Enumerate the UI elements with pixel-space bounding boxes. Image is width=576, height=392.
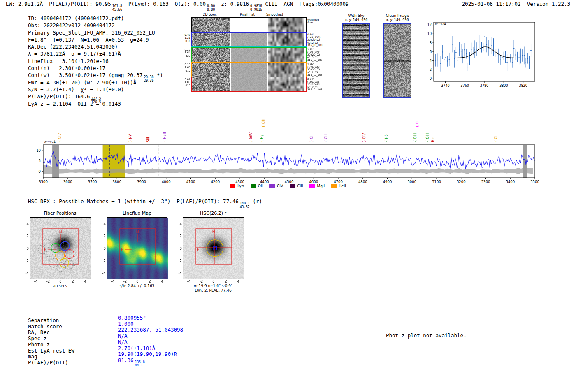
smoothed-image: [268, 18, 304, 32]
svg-text:4800: 4800: [358, 180, 367, 184]
spec2d-image: [192, 18, 230, 32]
z-uncertainty: 0.98160.9816: [250, 5, 262, 12]
hsc-caption-2: EWr: 2. PLAE: 77.46: [182, 288, 244, 292]
fiber-info-labels: 1.76" (149, 936) 20220422 v012_03 316_LU…: [307, 63, 333, 77]
svg-text:E: E: [197, 248, 200, 252]
clean-image-title: Clean Image: [383, 14, 412, 18]
match-field-label: Separation: [28, 318, 118, 324]
svg-text:e⁻¹⁷x2Å: e⁻¹⁷x2Å: [44, 140, 56, 144]
info-line: Primary Spec_Slot_IFU_AMP: 316_022_052_L…: [28, 29, 163, 36]
legend-label: Lyα: [237, 184, 244, 188]
info-line: EWr = 4.30(±1.70) (w: 2.90(±1.10))Å: [28, 79, 163, 86]
spec2d-row: 0.10 1.65 010 1.76" (149, 936) 20220422 …: [191, 62, 307, 77]
with-sky-image: [342, 23, 370, 98]
legend-swatch: [269, 184, 275, 188]
legend-label: HeII: [339, 184, 346, 188]
legend-swatch: [290, 184, 295, 188]
svg-text:3800: 3800: [499, 84, 508, 88]
info-line: Cont(w) = 3.50(±0.02)e-17 (gmag 20.3720.…: [28, 72, 163, 79]
hsc-cutout-panel: HSC(26.2) r NE 420-2-4 -4-2024 m:19.9 re…: [182, 211, 244, 292]
info-line: Obs: 20220422v012_4090404172: [28, 22, 163, 29]
svg-text:4500: 4500: [285, 180, 294, 184]
legend-label: CIV: [277, 184, 283, 188]
fiber-info-labels: Weighted Sum: [307, 19, 333, 24]
legend-item: MgII: [309, 184, 325, 188]
hsc-plae-uncertainty: 148.145.32: [240, 202, 250, 209]
line-id-label: CIII: [265, 1, 277, 7]
pixel-flat-image: [231, 63, 267, 77]
info-line: ID: 4090404172 (4090404172.pdf): [28, 15, 163, 22]
match-field-value: 0.800955": [118, 315, 183, 321]
spec2d-column-headers: 2D SpecPixel FlatSmoothed: [191, 13, 305, 16]
svg-text:0: 0: [39, 169, 41, 174]
fiber-x-axis-label: arcsecs: [29, 284, 91, 288]
legend-item: OII: [251, 184, 263, 188]
smoothed-image: [268, 63, 304, 77]
svg-text:e⁻¹⁷x2Å: e⁻¹⁷x2Å: [435, 22, 446, 26]
smoothed-image: [268, 33, 304, 47]
plae-summary: P(LAE)/P(OII): 90.95161.845.66: [49, 1, 122, 12]
legend-swatch: [331, 184, 337, 188]
match-field-value: 81.36135.844.1: [118, 357, 183, 368]
svg-text:5: 5: [39, 159, 41, 163]
svg-text:5400: 5400: [506, 180, 515, 184]
match-field-value: N/A: [118, 339, 183, 346]
hsc-caption-1: m:19.9 re:1.6" s:0.9": [182, 284, 244, 288]
match-field-label: Spec z: [28, 336, 118, 342]
match-field-label: Est LyA rest-EW: [28, 348, 118, 354]
with-sky-coords: x, y: 149, 936: [341, 18, 371, 22]
svg-text:3500: 3500: [39, 180, 48, 184]
clean-image-panel: Clean Image x, y: 149, 936: [383, 14, 412, 98]
svg-text:0: 0: [430, 77, 432, 81]
with-sky-title: With Sky: [341, 14, 371, 18]
with-sky-panel: With Sky x, y: 149, 936: [341, 14, 371, 98]
emission-line-labels: { CIV} NVSiII{ HeII} SiIV{ Hγ{ CIII} CII…: [25, 112, 551, 142]
match-row: P(LAE)/P(OII) 81.36135.844.1: [28, 360, 183, 370]
z-summary: z: 0.98160.98160.9816 CIII: [221, 1, 277, 12]
svg-text:3900: 3900: [137, 180, 146, 184]
fiber-weight-labels: 0.22 1.64 022: [180, 49, 190, 58]
spec2d-row: 0.49 1.21 010 0.64" (149, 936) 20220422 …: [191, 32, 307, 48]
spec2d-image: [192, 33, 230, 47]
match-field-value: N/A: [118, 333, 183, 339]
clean-image-coords: x, y: 149, 936: [383, 18, 412, 22]
fiber-weight-labels: 0.49 1.21 010: [180, 34, 190, 43]
legend-item: CIII: [290, 184, 303, 188]
info-line: F=1.8" T=0.137 N̄=1.06 Ā=0.53 g=24.9: [28, 36, 163, 43]
match-value-uncertainty: 135.844.1: [135, 361, 145, 368]
spectrum-legend: LyαOIICIVCIIIMgIIHeII: [25, 184, 551, 188]
svg-text:10: 10: [36, 148, 41, 153]
fiber-x-ticks: -4-2024: [30, 279, 91, 283]
svg-text:4700: 4700: [334, 180, 343, 184]
spec2d-image: [192, 63, 230, 77]
qz-uncertainty: 0.000.00: [207, 5, 215, 12]
svg-text:3780: 3780: [480, 84, 488, 88]
detection-info-block: ID: 4090404172 (4090404172.pdf) Obs: 202…: [28, 15, 163, 107]
svg-text:2: 2: [430, 68, 432, 72]
legend-item: CIV: [269, 184, 283, 188]
svg-text:12: 12: [427, 23, 432, 27]
header-bar: EW: 2.9±1.2Å P(LAE)/P(OII): 90.95161.845…: [6, 1, 570, 12]
fiber-info-labels: 0.64" (149, 936) 20220422 v012_02 316_LU…: [307, 33, 333, 47]
svg-text:3700: 3700: [88, 180, 97, 184]
match-field-value: 19.90(19.90,19.90)R: [118, 351, 183, 357]
svg-text:3800: 3800: [112, 180, 121, 184]
hsc-cutout-image: NE 420-2-4: [183, 217, 244, 279]
svg-text:6: 6: [430, 50, 432, 54]
match-field-label: Match score: [28, 324, 118, 330]
spec2d-column-header: 2D Spec: [191, 13, 228, 16]
pixel-flat-image: [231, 18, 267, 32]
clean-image: [383, 23, 411, 98]
match-field-value: 2.70(±1.10)Å: [118, 346, 183, 352]
smoothed-image: [268, 77, 304, 91]
spec2d-image: [192, 77, 230, 91]
svg-text:4: 4: [430, 59, 432, 63]
spec2d-row: 0.22 1.64 022 1.22" (149, 927) 20220422 …: [191, 47, 307, 63]
svg-text:4900: 4900: [383, 180, 392, 184]
info-line: P(LAE)/P(OII): 164.6227.5120.5: [28, 93, 163, 100]
fiber-positions-image: NE 420-2-4: [30, 217, 91, 279]
elixer-detection-report: EW: 2.9±1.2Å P(LAE)/P(OII): 90.95161.845…: [0, 0, 576, 392]
fiber-info-labels: 2.04" (150, 936) 20220422 v012_01 316_LU…: [307, 78, 333, 91]
svg-text:3740: 3740: [441, 84, 449, 88]
spec2d-column-header: Pixel Flat: [228, 13, 266, 16]
